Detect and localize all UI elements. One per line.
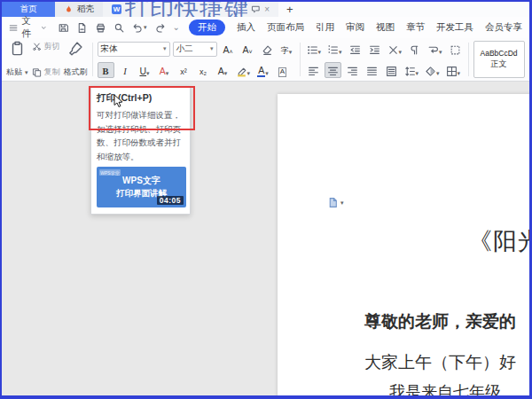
save-button[interactable]	[58, 22, 69, 34]
ribbon-toolbar: 粘贴▾ 剪切 复制 格式刷 宋体▾ 小二▾ A˄ A˅ 字▾ B	[2, 38, 529, 82]
page-setup-caret-icon[interactable]: ▾	[340, 200, 344, 207]
show-marks-button[interactable]	[406, 41, 423, 57]
paste-label: 粘贴	[6, 66, 22, 78]
close-tab-icon[interactable]: ×	[264, 5, 270, 14]
shrink-font-label: A	[242, 45, 248, 56]
text-direction-caret-icon: ▾	[399, 49, 403, 56]
text-direction-button[interactable]: ▾	[386, 41, 404, 57]
paragraph-layout-icon	[450, 44, 461, 56]
ribbon-tab-page-layout[interactable]: 页面布局	[267, 21, 304, 34]
ribbon-tab-view[interactable]: 视图	[376, 21, 395, 34]
clear-format-button[interactable]	[259, 41, 276, 57]
paragraph-mark-icon	[409, 44, 420, 56]
format-painter-button[interactable]: 格式刷	[64, 41, 88, 78]
export-pdf-button[interactable]	[76, 22, 88, 34]
shrink-font-button[interactable]: A˅	[239, 41, 256, 57]
customize-toolbar-chevron-icon[interactable]: ⌄	[173, 23, 180, 32]
char-border-button[interactable]: A▾	[215, 62, 231, 78]
bold-button[interactable]: B	[98, 62, 114, 78]
font-size-select[interactable]: 小二▾	[173, 42, 217, 57]
tab-bar-empty-area: +	[278, 2, 529, 17]
document-page[interactable]: ▾ 《阳光 尊敬的老师，亲爱的 大家上午（下午）好 我是来自七年级	[278, 94, 532, 399]
tab-home-label: 首页	[20, 4, 37, 15]
align-center-button[interactable]	[325, 62, 341, 78]
superscript-label: x²	[180, 68, 187, 77]
grow-font-button[interactable]: A˄	[220, 41, 237, 57]
ribbon-tab-insert[interactable]: 插入	[237, 21, 255, 34]
line-spacing-button[interactable]: ▾	[403, 62, 421, 78]
superscript-button[interactable]: x²	[176, 62, 192, 78]
ribbon-tab-section[interactable]: 章节	[406, 21, 425, 34]
tutorial-video-thumbnail[interactable]: WPS学堂 WPS文字 打印界面讲解 04:05	[97, 167, 186, 207]
italic-button[interactable]: I	[117, 62, 134, 78]
soft-wrap-icon	[427, 44, 439, 56]
style-name-text: 正文	[491, 59, 507, 70]
tab-docer[interactable]: 稻壳	[55, 2, 103, 17]
char-effect-button[interactable]: A▾	[156, 62, 173, 78]
italic-label: I	[123, 66, 127, 77]
ribbon-tab-dev-tools[interactable]: 开发工具	[436, 21, 473, 34]
align-right-button[interactable]	[344, 62, 361, 78]
paste-caret-icon: ▾	[25, 69, 28, 76]
copy-icon	[32, 67, 42, 77]
soft-wrap-button[interactable]: ▾	[426, 41, 444, 57]
numbered-list-button[interactable]: ▾	[325, 41, 344, 57]
cut-label: 剪切	[44, 41, 60, 52]
print-button[interactable]	[95, 22, 106, 34]
print-preview-button[interactable]	[113, 22, 125, 34]
font-color-caret-icon: ▾	[265, 70, 269, 77]
justify-button[interactable]	[364, 62, 380, 78]
line-spacing-caret-icon: ▾	[416, 70, 419, 77]
style-normal-button[interactable]: AaBbCcDd 正文	[473, 41, 525, 78]
shading-button[interactable]: ▾	[423, 62, 442, 78]
line-spacing-icon	[404, 66, 416, 77]
file-menu-chevron-icon	[40, 23, 48, 33]
ribbon-tab-member[interactable]: 会员专享	[485, 21, 522, 34]
bullet-list-button[interactable]: ▾	[305, 41, 324, 57]
char-border-caret-icon: ▾	[224, 70, 228, 77]
highlight-pen-icon	[236, 66, 247, 77]
format-painter-icon	[68, 41, 83, 56]
copy-button[interactable]: 复制	[32, 66, 60, 78]
paste-icon	[10, 41, 25, 56]
undo-dropdown-caret-icon[interactable]: ▾	[144, 24, 147, 31]
chat-bubble-icon[interactable]	[251, 4, 261, 14]
video-duration-badge: 04:05	[157, 196, 184, 205]
paragraph-layout-button[interactable]	[447, 41, 464, 57]
ribbon-tab-start[interactable]: 开始	[189, 20, 225, 35]
page-margin-widget[interactable]: ▾	[327, 197, 344, 208]
undo-button[interactable]: ▾	[132, 22, 147, 34]
borders-caret-icon: ▾	[458, 70, 461, 77]
video-logo-badge: WPS学堂	[99, 169, 121, 176]
font-name-select[interactable]: 宋体▾	[98, 42, 170, 57]
highlight-button[interactable]: ▾	[234, 62, 253, 78]
new-tab-button[interactable]: +	[286, 3, 293, 16]
distribute-button[interactable]	[383, 62, 400, 78]
subscript-button[interactable]: x₂	[195, 62, 212, 78]
hamburger-menu-icon[interactable]	[9, 22, 18, 34]
underline-button[interactable]: U▾	[137, 62, 153, 78]
font-color-label: A	[258, 66, 264, 75]
font-color-button[interactable]: A▾	[254, 62, 271, 78]
redo-icon	[154, 22, 166, 34]
increase-indent-button[interactable]	[366, 41, 383, 57]
window-tab-bar: 首页 稻壳 W 打印快捷键.docx × +	[2, 2, 529, 17]
increase-indent-icon	[369, 44, 380, 56]
clear-format-icon	[262, 44, 273, 56]
ribbon-tab-references[interactable]: 引用	[316, 21, 334, 34]
char-shading-button[interactable]: A	[274, 62, 291, 78]
borders-button[interactable]: ▾	[444, 62, 463, 78]
phonetic-guide-button[interactable]: 字▾	[278, 41, 295, 57]
align-left-button[interactable]	[305, 62, 322, 78]
tab-document[interactable]: W 打印快捷键.docx ×	[103, 2, 278, 17]
file-menu[interactable]: 文件	[9, 15, 47, 40]
underline-label: U	[139, 66, 146, 77]
redo-button[interactable]	[154, 22, 166, 34]
char-effect-caret-icon: ▾	[166, 70, 169, 77]
decrease-indent-button[interactable]	[347, 41, 364, 57]
ribbon-tab-review[interactable]: 审阅	[346, 21, 364, 34]
cut-button[interactable]: 剪切	[32, 41, 60, 52]
paste-button[interactable]: 粘贴▾	[6, 41, 28, 78]
bullet-list-icon	[307, 44, 318, 56]
document-paragraph-1: 尊敬的老师，亲爱的	[364, 310, 516, 333]
